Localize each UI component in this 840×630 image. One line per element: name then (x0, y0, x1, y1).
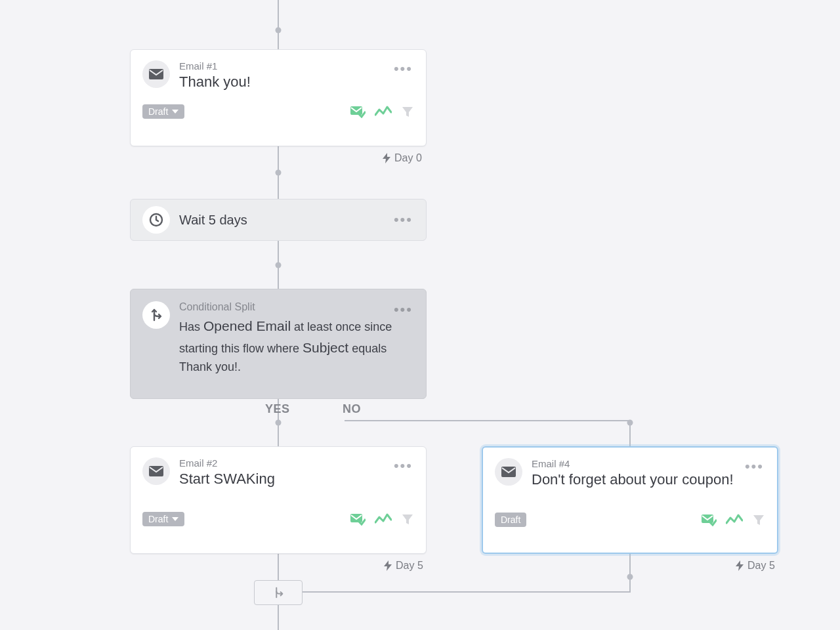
email-subject: Thank you! (179, 73, 392, 91)
day-text: Day 0 (394, 152, 422, 164)
connector-no-h (345, 420, 631, 421)
split-card[interactable]: Conditional Split Has Opened Email at le… (130, 289, 427, 399)
flow-canvas[interactable]: Email #1 Thank you! ••• Draft Day 0 Wait… (0, 0, 840, 630)
connector (278, 0, 279, 49)
status-label: Draft (148, 514, 168, 524)
merge-icon (272, 586, 285, 599)
email-eyebrow: Email #2 (179, 457, 392, 469)
svg-rect-4 (350, 514, 362, 522)
analytics-icon[interactable] (375, 513, 392, 525)
connector (278, 604, 279, 630)
email-subject: Don't forget about your coupon! (532, 471, 744, 489)
day-label: Day 0 (383, 152, 422, 164)
email-card-2[interactable]: Email #2 Start SWAKing ••• Draft (130, 446, 427, 554)
branch-label-yes: YES (265, 402, 290, 416)
split-eyebrow: Conditional Split (179, 301, 392, 313)
email-eyebrow: Email #4 (532, 458, 744, 469)
bolt-icon (736, 560, 744, 571)
delivery-icon[interactable] (350, 105, 366, 118)
day-label: Day 5 (384, 560, 423, 572)
email-eyebrow: Email #1 (179, 60, 392, 72)
email-subject: Start SWAKing (179, 470, 392, 488)
connector (278, 554, 279, 580)
branch-label-no: NO (343, 402, 361, 416)
connector-node (627, 574, 633, 580)
card-menu-button[interactable]: ••• (392, 211, 414, 228)
email-icon (142, 457, 170, 485)
connector-node (276, 420, 282, 426)
status-label: Draft (148, 106, 168, 117)
analytics-icon[interactable] (375, 106, 392, 117)
email-icon (142, 60, 170, 88)
svg-rect-1 (350, 106, 362, 115)
caret-down-icon (172, 110, 178, 114)
clock-icon (142, 206, 170, 234)
filter-icon[interactable] (401, 105, 414, 118)
connector-node (276, 262, 282, 268)
caret-down-icon (172, 517, 178, 521)
connector-node (276, 170, 282, 176)
split-description: Has Opened Email at least once since sta… (179, 316, 392, 377)
connector-node (276, 28, 282, 33)
connector-node (627, 420, 633, 426)
delivery-icon[interactable] (350, 513, 366, 526)
connector-merge-h (302, 591, 631, 593)
split-icon (142, 301, 170, 329)
analytics-icon[interactable] (726, 514, 743, 526)
svg-rect-6 (702, 514, 713, 523)
wait-card[interactable]: Wait 5 days ••• (130, 199, 427, 241)
status-label: Draft (501, 514, 520, 525)
status-badge[interactable]: Draft (495, 513, 526, 527)
wait-text: Wait 5 days (179, 213, 392, 228)
day-text: Day 5 (396, 560, 423, 572)
filter-icon[interactable] (752, 513, 765, 526)
delivery-icon[interactable] (701, 513, 717, 526)
card-menu-button[interactable]: ••• (744, 458, 765, 475)
day-text: Day 5 (747, 560, 775, 572)
card-menu-button[interactable]: ••• (392, 457, 414, 474)
bolt-icon (383, 153, 390, 163)
email-icon (495, 458, 522, 486)
merge-node[interactable] (254, 580, 303, 605)
status-dropdown[interactable]: Draft (142, 104, 184, 119)
card-menu-button[interactable]: ••• (392, 301, 414, 318)
status-dropdown[interactable]: Draft (142, 512, 184, 526)
day-label: Day 5 (736, 560, 775, 572)
email-card-1[interactable]: Email #1 Thank you! ••• Draft (130, 49, 427, 146)
connector (629, 554, 631, 592)
bolt-icon (384, 560, 392, 571)
filter-icon[interactable] (401, 513, 414, 526)
email-card-4[interactable]: Email #4 Don't forget about your coupon!… (482, 446, 778, 554)
card-menu-button[interactable]: ••• (392, 60, 414, 77)
